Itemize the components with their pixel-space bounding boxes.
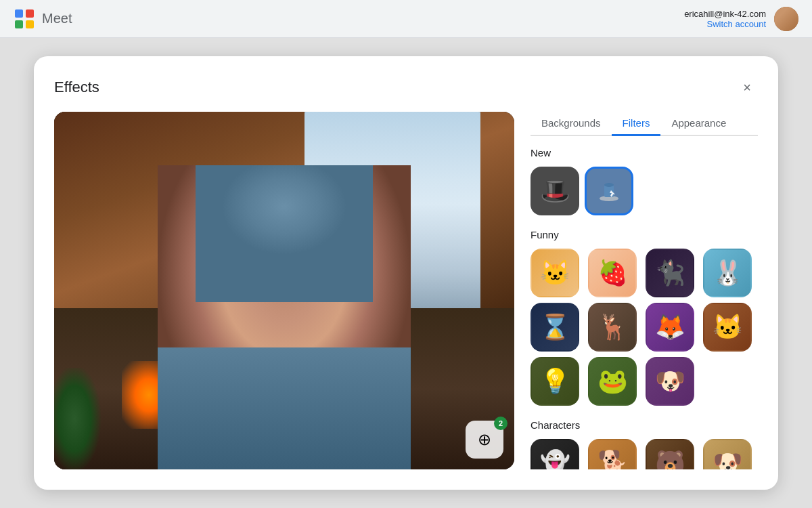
svg-rect-3 (26, 20, 34, 28)
filter-item-rabbit[interactable]: 🐰 (703, 249, 752, 297)
layers-icon: ⊕ (478, 430, 491, 449)
effects-badge-button[interactable]: ⊕ 2 (466, 421, 503, 459)
svg-rect-0 (15, 9, 23, 18)
filter-item-purple-dog[interactable]: 🐶 (646, 357, 694, 406)
hat (196, 165, 373, 302)
section-characters: Characters 👻 🐕 🐻 🐶 (531, 419, 755, 469)
dialog-title: Effects (54, 79, 99, 96)
dialog-header: Effects × (54, 77, 758, 98)
filter-item-frog[interactable]: 🐸 (588, 357, 637, 406)
video-preview: ⊕ 2 (54, 112, 514, 469)
topbar-left: Meet (14, 8, 72, 30)
filter-item-black-cat[interactable]: 🐈‍⬛ (646, 249, 694, 297)
section-new: New 🎩 (531, 147, 755, 215)
new-filter-grid: 🎩 (531, 167, 755, 215)
meet-logo-icon (14, 8, 35, 30)
svg-rect-1 (26, 9, 34, 18)
filter-item-deer[interactable]: 🦌 (588, 303, 637, 352)
filter-item-ghost[interactable]: 👻 (531, 439, 579, 469)
account-info: ericahill@ink-42.com Switch account (684, 9, 766, 29)
filter-item-winged-cat[interactable]: 🐱 (531, 249, 579, 297)
magic-hat-icon (596, 178, 622, 204)
tab-backgrounds[interactable]: Backgrounds (531, 112, 612, 136)
svg-point-6 (604, 183, 614, 187)
video-scene (54, 112, 514, 469)
app-title: Meet (42, 11, 72, 26)
account-email: ericahill@ink-42.com (684, 9, 766, 19)
effects-count-badge: 2 (494, 417, 508, 430)
filter-item-dog[interactable]: 🐶 (703, 439, 752, 469)
filter-item-corgi[interactable]: 🐕 (588, 439, 637, 469)
funny-filter-grid: 🐱 🍓 🐈‍⬛ 🐰 ⌛ 🦌 🦊 🐱 💡 🐸 (531, 249, 755, 406)
switch-account-link[interactable]: Switch account (684, 19, 766, 29)
main-area: Effects × (0, 38, 812, 508)
filter-item-bear[interactable]: 🐻 (646, 439, 694, 469)
filter-item-purple-fox[interactable]: 🦊 (646, 303, 694, 352)
filter-item-strawberry[interactable]: 🍓 (588, 249, 637, 297)
avatar[interactable] (774, 7, 798, 31)
section-funny-label: Funny (531, 229, 755, 240)
section-characters-label: Characters (531, 419, 755, 431)
effects-dialog: Effects × (34, 56, 778, 490)
svg-rect-2 (15, 20, 23, 28)
tab-appearance[interactable]: Appearance (660, 112, 737, 136)
tab-filters[interactable]: Filters (612, 112, 661, 136)
scarf (158, 347, 411, 469)
tabs-container: Backgrounds Filters Appearance (531, 112, 758, 136)
dialog-body: ⊕ 2 Backgrounds Filters Appearance New (54, 112, 758, 469)
characters-filter-grid: 👻 🐕 🐻 🐶 (531, 439, 755, 469)
filter-item-pilgrim[interactable]: 🎩 (531, 167, 579, 215)
avatar-image (774, 7, 798, 31)
filter-item-magic-hat[interactable] (585, 167, 633, 215)
right-panel: Backgrounds Filters Appearance New 🎩 (531, 112, 758, 469)
plant (54, 368, 122, 469)
filter-item-hourglass[interactable]: ⌛ (531, 303, 579, 352)
panel-content: New 🎩 (531, 147, 758, 469)
topbar: Meet ericahill@ink-42.com Switch account (0, 0, 812, 38)
close-button[interactable]: × (736, 77, 758, 98)
section-funny: Funny 🐱 🍓 🐈‍⬛ 🐰 ⌛ 🦌 🦊 🐱 (531, 229, 755, 406)
person-face (158, 165, 411, 469)
filter-item-orange-cat[interactable]: 🐱 (703, 303, 752, 352)
topbar-right: ericahill@ink-42.com Switch account (684, 7, 798, 31)
filter-item-lightbulb[interactable]: 💡 (531, 357, 579, 406)
section-new-label: New (531, 147, 755, 158)
